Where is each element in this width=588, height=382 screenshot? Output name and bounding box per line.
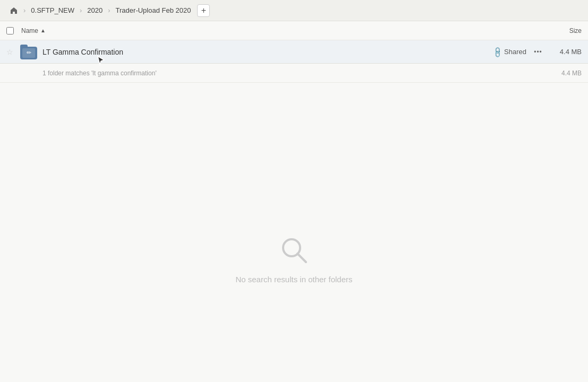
summary-size: 4.4 MB — [550, 70, 582, 77]
select-all-checkbox[interactable] — [6, 27, 14, 34]
file-row[interactable]: ☆ ✏ LT Gamma Confirmation 🔗 Shared ••• 4… — [0, 40, 588, 64]
breadcrumb-item-sftp[interactable]: 0.SFTP_NEW — [28, 5, 78, 15]
chevron-2: › — [79, 6, 83, 14]
breadcrumb-bar: › 0.SFTP_NEW › 2020 › Trader-Upload Feb … — [0, 0, 588, 21]
home-button[interactable] — [6, 3, 21, 18]
name-column-header[interactable]: Name ▲ — [21, 27, 539, 34]
add-breadcrumb-button[interactable]: + — [197, 4, 210, 17]
more-options-button[interactable]: ••• — [531, 45, 546, 59]
pencil-overlay-icon: ✏ — [27, 49, 31, 56]
name-column-label: Name — [21, 27, 38, 34]
size-column-header: Size — [539, 27, 582, 34]
star-button[interactable]: ☆ — [6, 48, 19, 56]
folder-overlay: ✏ — [22, 48, 35, 58]
shared-label: Shared — [504, 48, 526, 56]
folder-name: LT Gamma Confirmation — [42, 48, 493, 56]
svg-line-1 — [297, 254, 306, 262]
shared-badge: 🔗 Shared — [493, 48, 526, 56]
breadcrumb-item-trader[interactable]: Trader-Upload Feb 2020 — [113, 5, 194, 15]
link-icon: 🔗 — [491, 46, 504, 58]
summary-row: 1 folder matches 'lt gamma confirmation'… — [0, 64, 588, 83]
more-icon: ••• — [534, 48, 542, 56]
file-size: 4.4 MB — [550, 48, 582, 56]
chevron-1: › — [22, 6, 27, 14]
select-all-checkbox-wrap[interactable] — [6, 27, 21, 34]
empty-state: No search results in other folders — [0, 83, 588, 382]
breadcrumb-item-2020[interactable]: 2020 — [84, 5, 106, 15]
home-icon — [10, 6, 18, 15]
summary-text: 1 folder matches 'lt gamma confirmation' — [6, 70, 550, 77]
chevron-3: › — [107, 6, 111, 14]
empty-state-message: No search results in other folders — [235, 275, 352, 284]
folder-back: ✏ — [20, 47, 37, 59]
empty-search-icon — [278, 235, 310, 266]
column-header-row: Name ▲ Size — [0, 21, 588, 40]
folder-icon-wrap: ✏ — [19, 42, 38, 62]
main-content: Name ▲ Size ☆ ✏ LT Gamma Confirmation 🔗 … — [0, 21, 588, 382]
sort-arrow-icon: ▲ — [40, 28, 46, 33]
